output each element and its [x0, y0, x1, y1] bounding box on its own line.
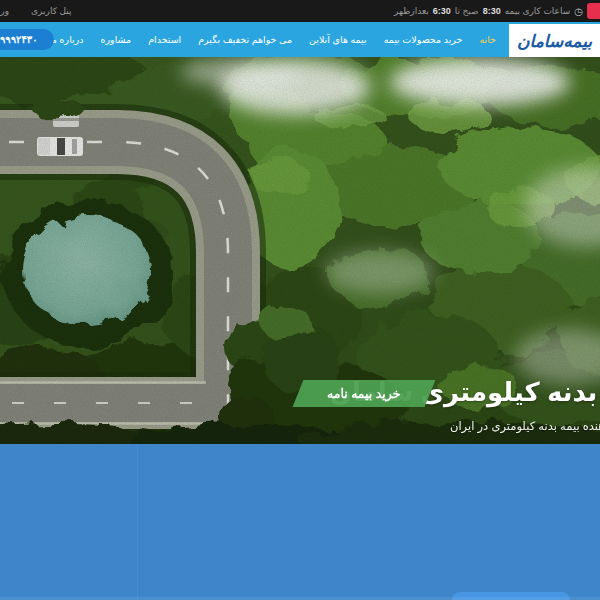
hours-suffix: بعدازظهر: [394, 6, 429, 16]
clock-icon: ◷: [574, 6, 583, 17]
open-time: 8:30: [483, 6, 501, 16]
hero-subtitle: ارائه دهنده بیمه بدنه کیلومتری در ایران: [450, 419, 600, 433]
buy-policy-button[interactable]: خرید بیمه نامه: [293, 380, 436, 407]
topbar: ورود پنل کاربری ◷ ساعات کاری بیمه 8:30 ص…: [0, 0, 600, 22]
close-time: 6:30: [433, 6, 451, 16]
bottom-section: [0, 444, 600, 600]
login-link[interactable]: ورود: [0, 6, 9, 16]
logo[interactable]: بیمه‌سامان: [509, 24, 600, 57]
nav-item-home[interactable]: خانه: [479, 34, 496, 45]
nav-item-buy-products[interactable]: خرید محصولات بیمه: [384, 34, 463, 45]
page: ورود پنل کاربری ◷ ساعات کاری بیمه 8:30 ص…: [0, 0, 600, 600]
buy-policy-label: خرید بیمه نامه: [327, 386, 400, 401]
working-hours: ◷ ساعات کاری بیمه 8:30 صبح تا 6:30 بعداز…: [394, 0, 583, 22]
phone-number-button[interactable]: ۹۹۹۲۴۳۰: [0, 29, 54, 50]
topbar-user-links: ورود پنل کاربری: [0, 0, 71, 22]
hero-section: بیمه بدنه کیلومتری سامان خرید بیمه نامه …: [0, 57, 600, 444]
main-navbar: خانه خرید محصولات بیمه بیمه های آنلاین م…: [0, 22, 600, 57]
nav-item-get-discount[interactable]: می خواهم تخفیف بگیرم: [198, 34, 292, 45]
nav-item-employment[interactable]: استخدام: [148, 34, 181, 45]
section-divider: [137, 444, 138, 600]
social-icon[interactable]: [587, 3, 600, 19]
logo-text: بیمه‌سامان: [517, 31, 592, 51]
nav-item-about-us[interactable]: درباره ما: [49, 34, 84, 45]
user-panel-link[interactable]: پنل کاربری: [31, 6, 71, 16]
nav-item-consulting[interactable]: مشاوره: [101, 34, 132, 45]
hours-mid: صبح تا: [455, 6, 479, 16]
hours-prefix: ساعات کاری بیمه: [505, 6, 571, 16]
nav-item-online-insurance[interactable]: بیمه های آنلاین: [309, 34, 367, 45]
